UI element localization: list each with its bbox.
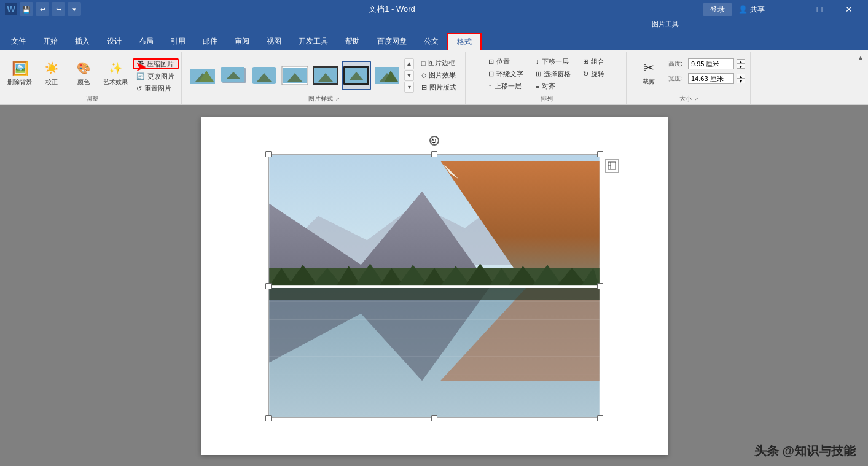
login-button[interactable]: 登录 bbox=[703, 3, 732, 16]
picture-style-expand-icon[interactable]: ↗ bbox=[335, 96, 340, 102]
height-label: 高度: bbox=[668, 60, 686, 68]
width-increment[interactable]: ▲ bbox=[737, 74, 745, 79]
redo-button[interactable]: ↪ bbox=[52, 2, 65, 16]
picture-effect-button[interactable]: ◇ 图片效果 bbox=[418, 70, 460, 81]
document-title: 文档1 - Word bbox=[369, 4, 415, 15]
tab-mail[interactable]: 邮件 bbox=[194, 33, 226, 50]
art-effect-button[interactable]: ✨ 艺术效果 bbox=[101, 56, 130, 90]
pic-style-7[interactable] bbox=[372, 61, 402, 90]
crop-line bbox=[269, 285, 600, 287]
height-input[interactable] bbox=[688, 58, 734, 69]
color-button[interactable]: 🎨 颜色 bbox=[69, 56, 98, 90]
size-group: ✂ 裁剪 高度: ▲ ▼ 宽度: ▲ ▼ bbox=[628, 52, 751, 104]
save-button[interactable]: 💾 bbox=[20, 2, 33, 16]
more-tools-button[interactable]: ▾ bbox=[68, 2, 81, 16]
handle-top-left[interactable] bbox=[265, 151, 272, 157]
picture-style-group: ▲ ▼ ▾ □ 图片边框 ◇ 图片效果 ⊞ 图片版式 bbox=[183, 52, 466, 104]
position-button[interactable]: ⊡ 位置 bbox=[485, 56, 527, 67]
arrange-group: ⊡ 位置 ⊟ 环绕文字 ↑ 上移一层 ↓ 下移一层 ⊞ bbox=[467, 52, 627, 104]
ribbon: ➤ 🖼️ 删除背景 ☀️ 校正 🎨 颜色 ✨ 艺术效果 bbox=[0, 50, 868, 105]
width-input[interactable] bbox=[688, 73, 734, 84]
maximize-button[interactable]: □ bbox=[805, 0, 834, 18]
align-button[interactable]: ≡ 对齐 bbox=[532, 80, 574, 91]
position-icon: ⊡ bbox=[488, 58, 494, 66]
adjust-group-label-row: 调整 bbox=[5, 95, 179, 104]
size-expand-icon[interactable]: ↗ bbox=[694, 96, 698, 102]
wrap-text-button[interactable]: ⊟ 环绕文字 bbox=[485, 68, 527, 79]
layout-options-icon bbox=[608, 161, 616, 170]
crop-icon: ✂ bbox=[643, 60, 654, 76]
remove-background-button[interactable]: 🖼️ 删除背景 bbox=[5, 56, 34, 90]
picture-border-button[interactable]: □ 图片边框 bbox=[418, 58, 460, 69]
handle-bottom-right[interactable] bbox=[597, 415, 603, 421]
rotate-handle[interactable]: ↻ bbox=[429, 136, 439, 146]
color-icon: 🎨 bbox=[75, 60, 92, 77]
height-decrement[interactable]: ▼ bbox=[737, 64, 745, 69]
styles-scroll-up[interactable]: ▲ bbox=[404, 58, 414, 69]
tab-file[interactable]: 文件 bbox=[2, 33, 34, 50]
tab-insert[interactable]: 插入 bbox=[66, 33, 98, 50]
selection-pane-label: 选择窗格 bbox=[544, 69, 571, 79]
pic-style-2[interactable] bbox=[219, 61, 248, 90]
handle-middle-left[interactable] bbox=[265, 283, 272, 289]
tab-home[interactable]: 开始 bbox=[34, 33, 66, 50]
send-backward-label: 下移一层 bbox=[542, 57, 569, 66]
wrap-text-icon: ⊟ bbox=[488, 70, 494, 78]
handle-bottom-middle[interactable] bbox=[431, 415, 437, 421]
tab-design[interactable]: 设计 bbox=[98, 33, 130, 50]
tab-review[interactable]: 审阅 bbox=[226, 33, 258, 50]
correct-button[interactable]: ☀️ 校正 bbox=[37, 56, 66, 90]
picture-layout-button[interactable]: ⊞ 图片版式 bbox=[418, 82, 460, 93]
crop-button[interactable]: ✂ 裁剪 bbox=[633, 56, 665, 90]
tab-official[interactable]: 公文 bbox=[415, 33, 447, 50]
title-bar-right: 登录 👤 共享 — □ ✕ bbox=[703, 0, 863, 18]
page: ↻ bbox=[201, 117, 668, 455]
collapse-ribbon-button[interactable]: ▲ bbox=[856, 52, 866, 62]
selection-pane-icon: ⊞ bbox=[536, 70, 541, 78]
group-button[interactable]: ⊞ 组合 bbox=[579, 56, 608, 67]
rotate-button[interactable]: ↻ 旋转 bbox=[579, 68, 608, 79]
tab-references[interactable]: 引用 bbox=[162, 33, 194, 50]
pic-style-1[interactable] bbox=[188, 61, 217, 90]
tab-help[interactable]: 帮助 bbox=[337, 33, 369, 50]
align-label: 对齐 bbox=[542, 82, 555, 91]
group-icon: ⊞ bbox=[583, 58, 588, 66]
tab-layout[interactable]: 布局 bbox=[130, 33, 162, 50]
styles-scroll-down[interactable]: ▼ bbox=[404, 70, 414, 81]
bring-forward-button[interactable]: ↑ 上移一层 bbox=[485, 80, 527, 91]
selection-pane-button[interactable]: ⊞ 选择窗格 bbox=[532, 68, 574, 79]
document-area: ↻ bbox=[0, 105, 868, 466]
pic-style-5[interactable] bbox=[311, 61, 340, 90]
undo-button[interactable]: ↩ bbox=[36, 2, 49, 16]
pic-style-4[interactable] bbox=[280, 61, 310, 90]
height-increment[interactable]: ▲ bbox=[737, 59, 745, 64]
remove-background-icon: 🖼️ bbox=[11, 60, 28, 77]
compress-label: 压缩图片 bbox=[147, 60, 174, 69]
layout-options-button[interactable] bbox=[605, 159, 619, 173]
selected-image-container[interactable]: ↻ bbox=[268, 154, 600, 418]
minimize-button[interactable]: — bbox=[776, 0, 804, 18]
picture-layout-icon: ⊞ bbox=[421, 83, 427, 91]
tab-format[interactable]: 格式 bbox=[447, 33, 482, 50]
send-backward-button[interactable]: ↓ 下移一层 bbox=[532, 56, 574, 67]
styles-scroll-more[interactable]: ▾ bbox=[404, 82, 414, 93]
handle-top-right[interactable] bbox=[597, 151, 603, 157]
reset-image-button[interactable]: ↺ 重置图片 bbox=[133, 83, 179, 94]
tab-view[interactable]: 视图 bbox=[258, 33, 290, 50]
bring-forward-icon: ↑ bbox=[488, 82, 492, 90]
document-image bbox=[268, 154, 600, 418]
pic-style-6[interactable] bbox=[342, 61, 371, 90]
handle-top-middle[interactable] bbox=[431, 151, 437, 157]
handle-middle-right[interactable] bbox=[597, 283, 603, 289]
picture-layout-label: 图片版式 bbox=[429, 83, 456, 92]
close-button[interactable]: ✕ bbox=[835, 0, 863, 18]
pic-style-3[interactable] bbox=[249, 61, 279, 90]
share-button[interactable]: 👤 共享 bbox=[738, 4, 765, 15]
width-decrement[interactable]: ▼ bbox=[737, 79, 745, 83]
bring-forward-label: 上移一层 bbox=[495, 82, 522, 91]
tab-baidu[interactable]: 百度网盘 bbox=[369, 33, 415, 50]
share-label: 共享 bbox=[750, 4, 765, 15]
tab-developer[interactable]: 开发工具 bbox=[290, 33, 337, 50]
size-label-row: 大小 ↗ bbox=[633, 95, 745, 104]
handle-bottom-left[interactable] bbox=[265, 415, 272, 421]
